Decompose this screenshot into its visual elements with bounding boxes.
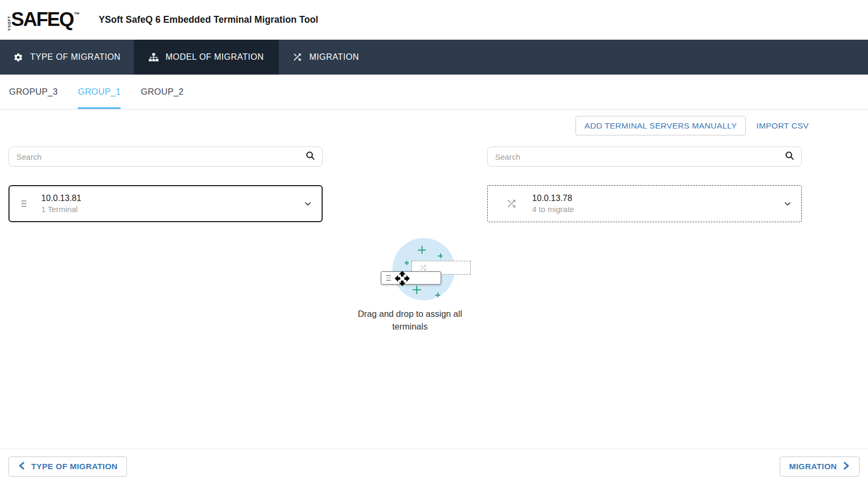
nav-tab-label: MIGRATION xyxy=(309,52,359,62)
chevron-down-icon[interactable] xyxy=(783,199,792,208)
shuffle-icon xyxy=(419,263,427,272)
chevron-left-icon xyxy=(18,462,26,472)
drag-drop-hint-line1: Drag and drop to assign all xyxy=(344,308,476,321)
import-csv-button[interactable]: IMPORT CSV xyxy=(756,121,809,131)
logo-trademark: ™ xyxy=(74,11,79,17)
drag-drop-hint: Drag and drop to assign all terminals xyxy=(344,308,476,333)
drag-drop-hint-line2: terminals xyxy=(344,321,476,333)
nav-tab-model-of-migration[interactable]: MODEL OF MIGRATION xyxy=(134,40,279,75)
nav-tab-migration[interactable]: MIGRATION xyxy=(279,40,372,75)
plus-icon xyxy=(418,246,426,254)
next-button-label: MIGRATION xyxy=(789,462,837,471)
drag-handle-icon[interactable] xyxy=(21,200,26,207)
plus-icon xyxy=(405,261,409,265)
add-terminal-servers-button[interactable]: ADD TERMINAL SERVERS MANUALLY xyxy=(575,116,746,135)
target-search-box xyxy=(487,147,802,167)
search-icon[interactable] xyxy=(784,151,794,163)
target-server-card[interactable]: 10.0.13.78 4 to migrate xyxy=(487,185,802,222)
back-button-label: TYPE OF MIGRATION xyxy=(31,462,117,471)
group-tab-gropup-3[interactable]: GROPUP_3 xyxy=(9,75,58,109)
next-migration-button[interactable]: MIGRATION xyxy=(780,456,860,477)
source-server-ip: 10.0.13.81 xyxy=(41,194,81,203)
target-search-input[interactable] xyxy=(488,147,801,166)
chevron-down-icon[interactable] xyxy=(304,199,312,208)
logo-vertical-text: YSOFT xyxy=(7,12,11,31)
shuffle-icon xyxy=(506,198,517,209)
drag-drop-illustration xyxy=(344,237,476,306)
move-cursor-icon xyxy=(394,270,410,289)
search-icon[interactable] xyxy=(305,151,315,163)
nav-tab-label: MODEL OF MIGRATION xyxy=(166,52,264,62)
chevron-right-icon xyxy=(842,462,850,472)
logo-text: SAFEQ xyxy=(11,8,73,31)
page-title: YSoft SafeQ 6 Embedded Terminal Migratio… xyxy=(98,14,318,25)
dragged-item xyxy=(381,271,441,285)
target-server-subtitle: 4 to migrate xyxy=(532,205,574,214)
nav-tab-type-of-migration[interactable]: TYPE OF MIGRATION xyxy=(0,40,134,75)
source-server-subtitle: 1 Terminal xyxy=(41,205,81,214)
nav-tab-label: TYPE OF MIGRATION xyxy=(30,52,121,62)
sitemap-icon xyxy=(149,52,159,62)
plus-icon xyxy=(413,286,421,294)
group-tab-group-1[interactable]: GROUP_1 xyxy=(78,75,121,109)
group-tab-group-2[interactable]: GROUP_2 xyxy=(141,75,184,109)
drag-handle-icon xyxy=(386,275,391,280)
back-type-of-migration-button[interactable]: TYPE OF MIGRATION xyxy=(8,456,127,477)
wizard-footer: TYPE OF MIGRATION MIGRATION xyxy=(0,449,868,484)
group-tab-bar: GROPUP_3 GROUP_1 GROUP_2 xyxy=(0,75,868,109)
actions-toolbar: ADD TERMINAL SERVERS MANUALLY IMPORT CSV xyxy=(575,116,809,135)
safeq-logo: YSOFT SAFEQ ™ xyxy=(7,8,79,31)
main-navbar: TYPE OF MIGRATION MODEL OF MIGRATION MIG… xyxy=(0,40,868,75)
gear-icon xyxy=(13,52,23,62)
source-search-input[interactable] xyxy=(9,147,322,166)
main-content: ADD TERMINAL SERVERS MANUALLY IMPORT CSV… xyxy=(0,109,868,449)
source-server-card[interactable]: 10.0.13.81 1 Terminal xyxy=(8,185,323,222)
app-header: YSOFT SAFEQ ™ YSoft SafeQ 6 Embedded Ter… xyxy=(0,0,868,40)
target-server-ip: 10.0.13.78 xyxy=(532,194,574,203)
plus-icon xyxy=(435,293,440,297)
shuffle-icon xyxy=(292,52,303,62)
source-search-box xyxy=(8,147,323,167)
plus-icon xyxy=(438,253,443,258)
